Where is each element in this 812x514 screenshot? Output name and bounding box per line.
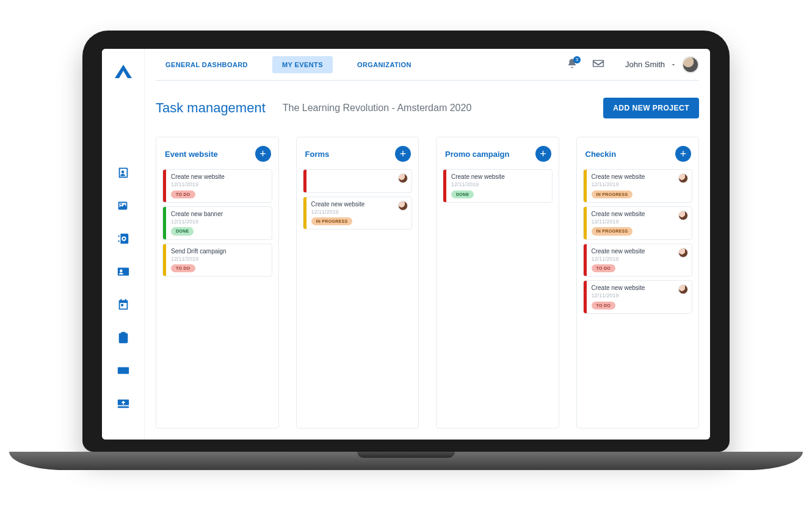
assignee-avatar xyxy=(398,201,408,211)
assignee-avatar xyxy=(398,173,408,183)
assignee-avatar xyxy=(678,211,688,220)
card-title: Create new website xyxy=(592,210,687,218)
laptop-mockup: GENERAL DASHBOARD MY EVENTS ORGANIZATION… xyxy=(82,31,730,470)
laptop-base xyxy=(9,452,803,470)
card-body xyxy=(306,170,412,192)
card-title: Create new website xyxy=(451,173,547,181)
column-title: Checkin xyxy=(585,150,617,159)
card-title: Create new banner xyxy=(171,210,267,218)
column-title: Event website xyxy=(165,150,218,159)
add-card-button[interactable]: + xyxy=(675,146,691,162)
status-badge: IN PROGRESS xyxy=(592,227,633,235)
kanban-column: Promo campaign+Create new website12/11/2… xyxy=(436,137,559,429)
card-date: 12/11/2019 xyxy=(451,181,547,189)
card-body: Create new website12/11/2019TO DO xyxy=(587,281,692,313)
nav-general-dashboard[interactable]: GENERAL DASHBOARD xyxy=(156,56,258,73)
assignee-avatar xyxy=(678,248,688,258)
card-title: Create new website xyxy=(592,173,687,181)
add-new-project-button[interactable]: ADD NEW PROJECT xyxy=(603,98,699,118)
avatar xyxy=(682,56,699,73)
card-body: Create new website12/11/2019DONE xyxy=(446,170,552,202)
clipboard-icon[interactable] xyxy=(117,331,130,347)
card-date: 12/11/2019 xyxy=(592,256,687,263)
status-badge: DONE xyxy=(451,190,474,198)
task-card[interactable] xyxy=(303,169,413,193)
nav-my-events[interactable]: MY EVENTS xyxy=(272,56,333,73)
card-body: Create new website12/11/2019TO DO xyxy=(166,170,272,202)
card-body: Create new banner12/11/2019DONE xyxy=(166,207,272,239)
card-body: Send Drift campaign12/11/2019TO DO xyxy=(166,244,272,277)
card-body: Create new website12/11/2019IN PROGRESS xyxy=(306,197,412,230)
user-menu[interactable]: John Smith xyxy=(619,56,699,73)
task-card[interactable]: Create new banner12/11/2019DONE xyxy=(162,206,272,240)
add-card-button[interactable]: + xyxy=(255,146,271,162)
task-card[interactable]: Create new website12/11/2019TO DO xyxy=(162,169,272,203)
badge-icon[interactable] xyxy=(117,265,130,281)
kanban-board: Event website+Create new website12/11/20… xyxy=(156,137,699,429)
card-title: Create new website xyxy=(592,247,687,255)
add-card-button[interactable]: + xyxy=(535,146,551,162)
card-title: Send Drift campaign xyxy=(171,247,267,255)
card-date: 12/11/2019 xyxy=(592,181,687,189)
status-badge: TO DO xyxy=(171,264,195,272)
kanban-column: Forms+ Create new website12/11/2019IN PR… xyxy=(296,137,419,429)
card-date: 12/11/2019 xyxy=(311,209,407,216)
card-title: Create new website xyxy=(592,284,687,292)
assignee-avatar xyxy=(678,173,688,183)
card-title xyxy=(311,173,407,181)
status-badge: DONE xyxy=(171,227,194,235)
top-nav: GENERAL DASHBOARD MY EVENTS ORGANIZATION… xyxy=(156,49,699,81)
status-badge: TO DO xyxy=(592,302,616,309)
main-content: GENERAL DASHBOARD MY EVENTS ORGANIZATION… xyxy=(145,49,710,440)
task-card[interactable]: Create new website12/11/2019TO DO xyxy=(583,280,693,314)
card-date: 12/11/2019 xyxy=(171,219,267,226)
sidebar xyxy=(102,49,145,440)
card-date: 12/11/2019 xyxy=(592,219,687,226)
app-screen: GENERAL DASHBOARD MY EVENTS ORGANIZATION… xyxy=(102,49,710,440)
column-header: Promo campaign+ xyxy=(443,143,553,169)
task-card[interactable]: Create new website12/11/2019DONE xyxy=(443,169,553,203)
settings-icon[interactable] xyxy=(117,232,130,248)
notification-count: 3 xyxy=(573,56,581,63)
add-card-button[interactable]: + xyxy=(395,146,411,162)
card-date: 12/11/2019 xyxy=(171,181,267,189)
card-title: Create new website xyxy=(311,200,407,208)
kanban-column: Event website+Create new website12/11/20… xyxy=(156,137,279,429)
column-title: Promo campaign xyxy=(445,150,509,159)
logo-icon xyxy=(115,65,132,81)
media-icon[interactable] xyxy=(117,199,130,215)
column-title: Forms xyxy=(305,150,330,159)
card-title: Create new website xyxy=(171,173,267,181)
card-body: Create new website12/11/2019TO DO xyxy=(587,244,692,277)
status-badge: TO DO xyxy=(171,190,195,198)
page-title: Task management xyxy=(156,100,266,116)
column-header: Event website+ xyxy=(162,143,272,169)
task-card[interactable]: Create new website12/11/2019IN PROGRESS xyxy=(583,206,693,240)
card-date: 12/11/2019 xyxy=(592,292,687,300)
share-icon[interactable] xyxy=(117,397,130,413)
chevron-down-icon xyxy=(670,61,677,68)
nav-organization[interactable]: ORGANIZATION xyxy=(347,56,421,73)
contacts-icon[interactable] xyxy=(117,166,130,182)
notifications-icon[interactable]: 3 xyxy=(567,58,578,71)
column-header: Checkin+ xyxy=(583,143,693,169)
card-date xyxy=(311,181,407,189)
page-header: Task management The Learning Revolution … xyxy=(156,81,699,137)
task-card[interactable]: Create new website12/11/2019IN PROGRESS xyxy=(303,197,413,230)
messages-icon[interactable] xyxy=(592,59,604,71)
column-header: Forms+ xyxy=(303,143,413,169)
status-badge: TO DO xyxy=(592,264,616,272)
task-card[interactable]: Create new website12/11/2019IN PROGRESS xyxy=(583,169,693,203)
status-badge: IN PROGRESS xyxy=(592,190,633,198)
status-badge: IN PROGRESS xyxy=(311,217,353,225)
card-body: Create new website12/11/2019IN PROGRESS xyxy=(587,207,692,239)
card-body: Create new website12/11/2019IN PROGRESS xyxy=(587,170,692,202)
task-card[interactable]: Create new website12/11/2019TO DO xyxy=(583,244,693,277)
page-subtitle: The Learning Revolution - Amsterdam 2020 xyxy=(283,103,472,114)
card-date: 12/11/2019 xyxy=(171,256,267,263)
user-name: John Smith xyxy=(625,60,665,69)
laptop-bezel: GENERAL DASHBOARD MY EVENTS ORGANIZATION… xyxy=(82,31,730,452)
calendar-icon[interactable] xyxy=(117,298,130,314)
task-card[interactable]: Send Drift campaign12/11/2019TO DO xyxy=(162,244,272,277)
card-icon[interactable] xyxy=(117,364,130,380)
